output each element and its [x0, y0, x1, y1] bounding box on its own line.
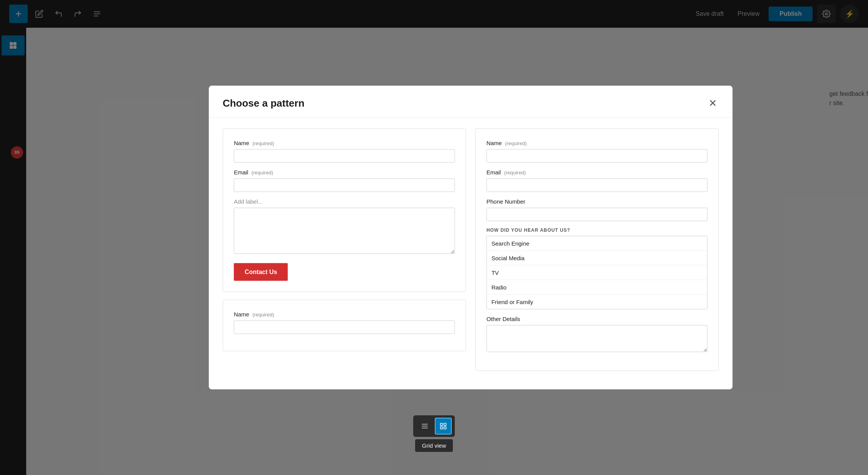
phone-label: Phone Number — [486, 198, 707, 205]
form-group-name-3: Name (required) — [234, 311, 455, 334]
svg-rect-12 — [444, 423, 446, 426]
hear-option-radio[interactable]: Radio — [487, 280, 707, 295]
modal-header: Choose a pattern ✕ — [209, 86, 732, 118]
name-label-2: Name (required) — [486, 140, 707, 146]
email-input-2[interactable] — [486, 179, 707, 192]
hear-option-social[interactable]: Social Media — [487, 251, 707, 266]
form-group-other: Other Details — [486, 316, 707, 354]
email-required-2: (required) — [504, 170, 526, 176]
modal-right-col: Name (required) Email (required) Phone N… — [475, 129, 719, 379]
form-group-textarea-1: Add label... — [234, 198, 455, 256]
hear-option-family[interactable]: Friend or Family — [487, 295, 707, 309]
pattern-card-2: Name (required) Email (required) Phone N… — [475, 129, 719, 371]
pattern-card-3: Name (required) — [223, 300, 466, 351]
hear-options-list: Search Engine Social Media TV Radio Frie… — [486, 236, 707, 309]
form-group-email-1: Email (required) — [234, 169, 455, 192]
form-group-phone: Phone Number — [486, 198, 707, 221]
view-toggle: Grid view — [413, 415, 455, 452]
textarea-label-1: Add label... — [234, 198, 455, 205]
form-group-email-2: Email (required) — [486, 169, 707, 192]
message-textarea-1[interactable] — [234, 208, 455, 254]
choose-pattern-modal: Choose a pattern ✕ Name (required) Email… — [209, 86, 732, 390]
name-input-3[interactable] — [234, 321, 455, 334]
email-input-1[interactable] — [234, 179, 455, 192]
hear-section-label: HOW DID YOU HEAR ABOUT US? — [486, 227, 707, 233]
email-label-1: Email (required) — [234, 169, 455, 176]
form-group-name-1: Name (required) — [234, 140, 455, 163]
name-required-1: (required) — [252, 140, 274, 146]
pattern-card-1: Name (required) Email (required) Add lab… — [223, 129, 466, 292]
svg-rect-11 — [441, 423, 443, 426]
hear-option-search[interactable]: Search Engine — [487, 236, 707, 251]
list-view-button[interactable] — [416, 418, 433, 435]
other-details-label: Other Details — [486, 316, 707, 322]
modal-title: Choose a pattern — [223, 97, 304, 109]
modal-left-col: Name (required) Email (required) Add lab… — [223, 129, 466, 379]
svg-rect-14 — [444, 427, 446, 429]
name-input-2[interactable] — [486, 149, 707, 163]
email-required-1: (required) — [251, 170, 273, 176]
other-details-textarea[interactable] — [486, 325, 707, 352]
name-required-2: (required) — [505, 140, 526, 146]
contact-us-button[interactable]: Contact Us — [234, 263, 288, 281]
hear-option-tv[interactable]: TV — [487, 266, 707, 280]
email-label-2: Email (required) — [486, 169, 707, 176]
form-group-name-2: Name (required) — [486, 140, 707, 163]
name-input-1[interactable] — [234, 149, 455, 163]
grid-view-tooltip: Grid view — [415, 439, 453, 452]
grid-view-button[interactable] — [435, 418, 452, 435]
modal-close-button[interactable]: ✕ — [707, 97, 719, 110]
form-group-hear: HOW DID YOU HEAR ABOUT US? Search Engine… — [486, 227, 707, 309]
name-required-3: (required) — [252, 312, 274, 318]
view-toggle-bar — [413, 415, 455, 437]
modal-body: Name (required) Email (required) Add lab… — [209, 118, 732, 390]
phone-input[interactable] — [486, 208, 707, 221]
svg-rect-13 — [441, 427, 443, 429]
name-label-1: Name (required) — [234, 140, 455, 146]
name-label-3: Name (required) — [234, 311, 455, 318]
